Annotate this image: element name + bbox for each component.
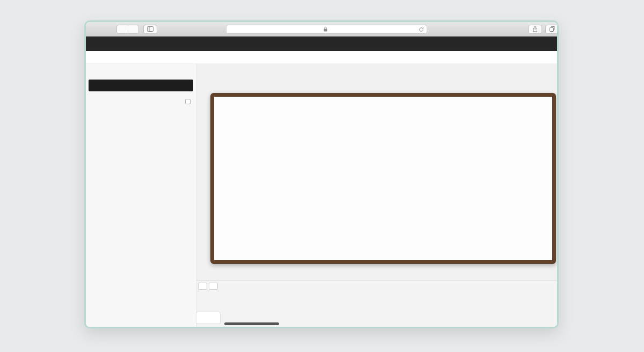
chrome-right-buttons	[528, 25, 559, 34]
collapse-panel-button[interactable]	[209, 283, 218, 290]
browser-chrome	[86, 22, 557, 37]
strip-scrollbar[interactable]	[224, 322, 279, 325]
photobook-spread[interactable]	[210, 93, 556, 264]
layout-filter-row	[223, 283, 557, 291]
lock-icon	[324, 27, 327, 32]
sidebar-tabs	[86, 64, 196, 77]
history-nav	[116, 25, 139, 34]
share-page-button[interactable]	[528, 25, 542, 34]
tab-layouts[interactable]	[198, 290, 223, 294]
spread-top-grid	[226, 106, 540, 182]
layouts-panel-left	[196, 281, 223, 327]
checkbox-unchecked-icon	[185, 99, 191, 104]
browser-window	[84, 20, 559, 328]
editor-canvas	[196, 64, 557, 280]
layouts-panel-main	[223, 281, 557, 327]
add-photos-button[interactable]	[89, 80, 193, 91]
sidebar-toggle-button[interactable]	[143, 25, 157, 34]
layout-strip	[223, 291, 557, 294]
photo-filters	[86, 94, 196, 106]
hide-used-checkbox[interactable]	[185, 99, 192, 104]
tab-pages[interactable]	[196, 312, 221, 324]
tabs-overview-button[interactable]	[545, 25, 559, 34]
minimize-window-button[interactable]	[99, 27, 104, 32]
app-header	[86, 37, 557, 51]
photo-group-header	[86, 106, 196, 113]
zoom-window-button[interactable]	[106, 27, 111, 32]
photos-sidebar	[86, 64, 196, 327]
share-icon	[532, 26, 538, 32]
forward-button[interactable]	[128, 25, 138, 33]
close-window-button[interactable]	[91, 27, 96, 32]
refresh-icon[interactable]	[419, 27, 424, 32]
sidebar-icon	[147, 26, 153, 32]
back-button[interactable]	[117, 25, 128, 33]
traffic-lights	[91, 27, 111, 32]
tabs-icon	[550, 26, 555, 32]
layouts-panel	[196, 280, 557, 327]
spread-bottom-grid	[226, 186, 540, 249]
scroll-up-button[interactable]	[198, 283, 207, 290]
address-bar[interactable]	[226, 25, 427, 34]
editor-mode-tabs	[86, 51, 557, 64]
